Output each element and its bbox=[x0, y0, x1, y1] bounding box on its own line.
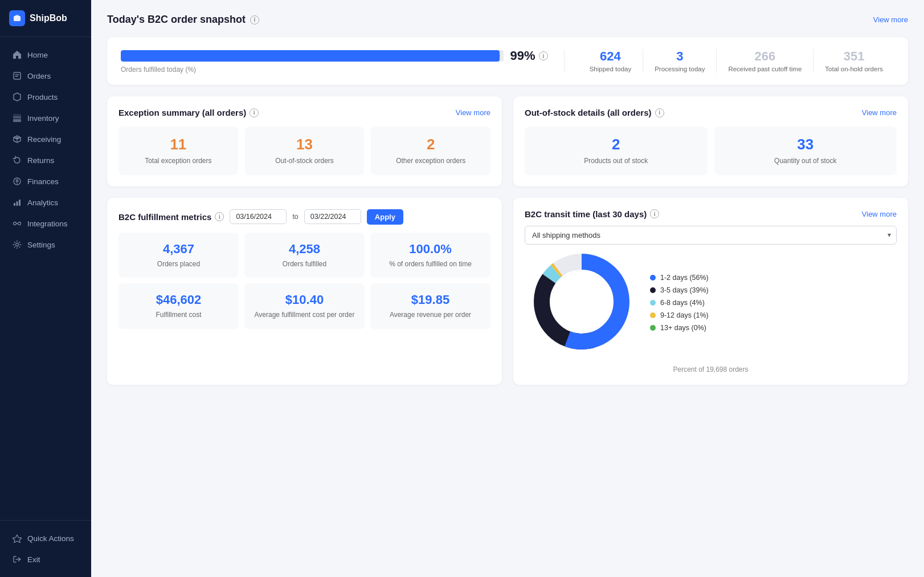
svg-point-12 bbox=[16, 243, 19, 246]
metric-total-exception-number: 11 bbox=[128, 136, 229, 153]
transit-view-more[interactable]: View more bbox=[862, 210, 897, 218]
svg-point-11 bbox=[18, 222, 21, 225]
metric-avg-revenue: $19.85 Average revenue per order bbox=[370, 283, 490, 329]
avg-revenue-label: Average revenue per order bbox=[379, 311, 481, 320]
snapshot-card: 99% i Orders fulfilled today (%) 624 Shi… bbox=[107, 37, 908, 85]
sidebar-item-finances[interactable]: Finances bbox=[3, 171, 88, 192]
exception-title: Exception summary (all orders) i bbox=[118, 108, 259, 117]
sidebar-item-settings[interactable]: Settings bbox=[3, 234, 88, 255]
page-header: Today's B2C order snapshot i View more bbox=[107, 14, 908, 26]
sidebar: ShipBob Home Orders Products Inventory R… bbox=[0, 0, 91, 577]
stat-processing-label: Processing today bbox=[655, 65, 705, 74]
avg-cost-per-order-number: $10.40 bbox=[254, 292, 355, 307]
transit-header: B2C transit time (last 30 days) i View m… bbox=[525, 209, 897, 219]
quick-actions-icon bbox=[13, 534, 22, 543]
legend-item-0: 1-2 days (56%) bbox=[650, 274, 709, 282]
sidebar-item-home[interactable]: Home bbox=[3, 44, 88, 65]
sidebar-item-analytics[interactable]: Analytics bbox=[3, 192, 88, 213]
metric-pct-on-time: 100.0% % of orders fulfilled on time bbox=[370, 233, 490, 278]
sidebar-item-products[interactable]: Products bbox=[3, 87, 88, 107]
transit-time-card: B2C transit time (last 30 days) i View m… bbox=[513, 198, 908, 385]
svg-rect-9 bbox=[19, 200, 21, 206]
oos-title: Out-of-stock details (all orders) i bbox=[525, 108, 664, 117]
logo-icon bbox=[9, 10, 25, 26]
metric-oos-orders-label: Out-of-stock orders bbox=[254, 157, 355, 166]
exception-info-icon[interactable]: i bbox=[250, 108, 259, 117]
oos-view-more[interactable]: View more bbox=[862, 108, 897, 117]
svg-rect-1 bbox=[15, 15, 19, 17]
stat-past-cutoff-number: 266 bbox=[728, 49, 802, 64]
sidebar-item-inventory[interactable]: Inventory bbox=[3, 108, 88, 128]
metric-oos-orders: 13 Out-of-stock orders bbox=[245, 127, 365, 175]
legend-item-3: 9-12 days (1%) bbox=[650, 311, 709, 319]
donut-chart bbox=[525, 245, 639, 361]
fulfillment-cost-label: Fulfillment cost bbox=[128, 311, 230, 320]
snapshot-info-icon[interactable]: i bbox=[250, 15, 259, 25]
avg-revenue-number: $19.85 bbox=[379, 292, 481, 307]
fulfillment-metrics-grid: 4,367 Orders placed 4,258 Orders fulfill… bbox=[118, 233, 490, 329]
middle-grid: Exception summary (all orders) i View mo… bbox=[107, 96, 908, 186]
sidebar-nav: Home Orders Products Inventory Receiving… bbox=[0, 37, 91, 520]
donut-caption: Percent of 19,698 orders bbox=[525, 365, 897, 373]
home-icon bbox=[13, 50, 22, 59]
snapshot-view-more[interactable]: View more bbox=[873, 15, 908, 24]
oos-info-icon[interactable]: i bbox=[655, 108, 664, 117]
metric-products-oos: 2 Products out of stock bbox=[525, 127, 708, 175]
sidebar-item-exit[interactable]: Exit bbox=[3, 549, 88, 570]
finances-icon bbox=[13, 177, 22, 186]
oos-header: Out-of-stock details (all orders) i View… bbox=[525, 108, 897, 117]
stat-shipped-number: 624 bbox=[590, 49, 632, 64]
fulfillment-info-icon[interactable]: i bbox=[215, 212, 224, 221]
logo-area[interactable]: ShipBob bbox=[0, 0, 91, 37]
oos-details-card: Out-of-stock details (all orders) i View… bbox=[513, 96, 908, 186]
legend-dot-0 bbox=[650, 275, 656, 281]
metric-qty-oos-label: Quantity out of stock bbox=[723, 157, 888, 166]
fulfillment-metrics-card: B2C fulfillment metrics i to Apply 4,367… bbox=[107, 198, 502, 385]
stat-processing-number: 3 bbox=[655, 49, 705, 64]
stat-on-hold-number: 351 bbox=[825, 49, 883, 64]
metric-total-exception: 11 Total exception orders bbox=[118, 127, 238, 175]
sidebar-item-returns[interactable]: Returns bbox=[3, 150, 88, 170]
exception-view-more[interactable]: View more bbox=[456, 108, 490, 117]
stat-shipped: 624 Shipped today bbox=[578, 49, 644, 74]
apply-button[interactable]: Apply bbox=[367, 209, 403, 225]
stat-past-cutoff-label: Received past cutoff time bbox=[728, 65, 802, 74]
transit-info-icon[interactable]: i bbox=[650, 209, 659, 218]
legend-list: 1-2 days (56%) 3-5 days (39%) 6-8 days (… bbox=[650, 274, 709, 332]
sidebar-item-integrations[interactable]: Integrations bbox=[3, 213, 88, 234]
shipping-method-select-wrap: All shipping methods bbox=[525, 226, 897, 245]
sidebar-item-orders[interactable]: Orders bbox=[3, 66, 88, 86]
legend-item-4: 13+ days (0%) bbox=[650, 324, 709, 332]
transit-title: B2C transit time (last 30 days) i bbox=[525, 209, 659, 219]
exit-icon bbox=[13, 555, 22, 564]
logo-text: ShipBob bbox=[30, 13, 67, 23]
progress-bar-bg bbox=[121, 50, 504, 62]
receiving-icon bbox=[13, 135, 22, 144]
sidebar-item-quick-actions[interactable]: Quick Actions bbox=[3, 528, 88, 548]
legend-dot-2 bbox=[650, 300, 656, 306]
metric-other-exception-label: Other exception orders bbox=[380, 157, 481, 166]
date-from-input[interactable] bbox=[230, 209, 287, 224]
shipping-method-select[interactable]: All shipping methods bbox=[525, 226, 897, 245]
returns-icon bbox=[13, 156, 22, 165]
svg-marker-13 bbox=[13, 535, 22, 543]
stat-on-hold-label: Total on-hold orders bbox=[825, 65, 883, 74]
snapshot-progress-area: 99% i Orders fulfilled today (%) bbox=[121, 48, 548, 74]
orders-placed-number: 4,367 bbox=[128, 242, 230, 257]
metric-qty-oos-number: 33 bbox=[723, 136, 888, 153]
sidebar-item-receiving[interactable]: Receiving bbox=[3, 129, 88, 149]
transit-legend: 1-2 days (56%) 3-5 days (39%) 6-8 days (… bbox=[650, 274, 709, 332]
exception-metrics-row: 11 Total exception orders 13 Out-of-stoc… bbox=[118, 127, 490, 175]
pct-on-time-number: 100.0% bbox=[379, 242, 481, 257]
metric-total-exception-label: Total exception orders bbox=[128, 157, 229, 166]
legend-item-1: 3-5 days (39%) bbox=[650, 286, 709, 294]
svg-rect-5 bbox=[13, 114, 21, 115]
orders-fulfilled-number: 4,258 bbox=[254, 242, 355, 257]
legend-item-2: 6-8 days (4%) bbox=[650, 299, 709, 307]
main-content: Today's B2C order snapshot i View more 9… bbox=[91, 0, 924, 577]
svg-rect-3 bbox=[13, 119, 21, 122]
svg-rect-8 bbox=[17, 201, 18, 206]
progress-info-icon[interactable]: i bbox=[539, 51, 548, 60]
oos-metrics-row: 2 Products out of stock 33 Quantity out … bbox=[525, 127, 897, 175]
date-to-input[interactable] bbox=[304, 209, 361, 224]
